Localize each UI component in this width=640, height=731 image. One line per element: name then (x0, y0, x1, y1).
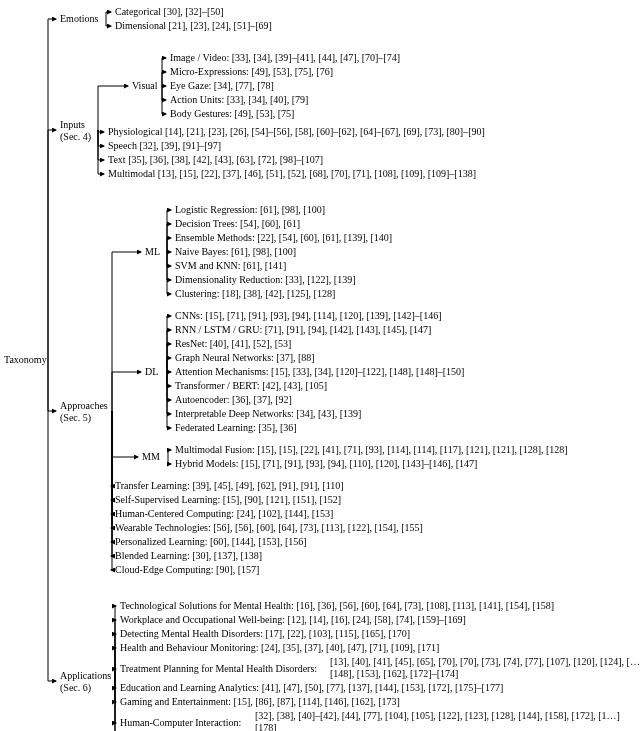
applications-subtitle: (Sec. 6) (60, 682, 91, 694)
inputs-visual-item: Micro-Expressions: [49], [53], [75], [76… (170, 66, 333, 77)
applications-item: Technological Solutions for Mental Healt… (120, 600, 554, 611)
approaches-ml-item: Dimensionality Reduction: [33], [122], [… (175, 274, 356, 285)
approaches-ml-item: Decision Trees: [54], [60], [61] (175, 218, 300, 229)
approaches-other-item: Blended Learning: [30], [137], [138] (115, 550, 262, 561)
approaches-other-item: Wearable Technologies: [56], [56], [60],… (115, 522, 423, 533)
approaches-ml-item: Ensemble Methods: [22], [54], [60], [61]… (175, 232, 392, 243)
approaches-subtitle: (Sec. 5) (60, 412, 91, 424)
applications-item: Education and Learning Analytics: [41], … (120, 682, 503, 693)
emotions-item: Categorical [30], [32]–[50] (115, 6, 224, 17)
taxonomy-diagram: TaxonomyCategorical [30], [32]–[50]Dimen… (0, 0, 640, 731)
inputs-visual-item: Image / Video: [33], [34], [39]–[41], [4… (170, 52, 400, 63)
applications-item: Detecting Mental Health Disorders: [17],… (120, 628, 410, 639)
inputs-visual-item: Eye Gaze: [34], [77], [78] (170, 80, 274, 91)
approaches-mm-item: Hybrid Models: [15], [71], [91], [93], [… (175, 458, 477, 469)
approaches-other-item: Personalized Learning: [60], [144], [153… (115, 536, 307, 547)
approaches-ml-item: Logistic Regression: [61], [98], [100] (175, 204, 325, 215)
inputs-visual-title: Visual (132, 80, 158, 91)
inputs-subtitle: (Sec. 4) (60, 131, 91, 143)
applications-item: Gaming and Entertainment: [15], [86], [8… (120, 696, 400, 707)
approaches-dl-item: Graph Neural Networks: [37], [88] (175, 352, 315, 363)
approaches-dl-title: DL (145, 366, 158, 377)
approaches-dl-item: Interpretable Deep Networks: [34], [43],… (175, 408, 361, 419)
applications-item: Health and Behaviour Monitoring: [24], [… (120, 642, 439, 653)
applications-treatment-label: Treatment Planning for Mental Health Dis… (120, 663, 317, 674)
approaches-dl-item: ResNet: [40], [41], [52], [53] (175, 338, 291, 349)
inputs-other-item: Speech [32], [39], [91]–[97] (108, 140, 221, 151)
approaches-ml-title: ML (145, 246, 160, 257)
approaches-mm-item: Multimodal Fusion: [15], [15], [22], [41… (175, 444, 568, 455)
inputs-other-item: Text [35], [36], [38], [42], [43], [63],… (108, 154, 323, 165)
approaches-dl-item: Autoencoder: [36], [37], [92] (175, 394, 292, 405)
approaches-other-item: Cloud-Edge Computing: [90], [157] (115, 564, 259, 575)
applications-item: Workplace and Occupational Well-being: [… (120, 614, 466, 625)
inputs-visual-item: Action Units: [33], [34], [40], [79] (170, 94, 308, 105)
approaches-title: Approaches (60, 400, 108, 411)
inputs-title: Inputs (60, 119, 85, 130)
approaches-ml-item: SVM and KNN: [61], [141] (175, 260, 286, 271)
approaches-ml-item: Naive Bayes: [61], [98], [100] (175, 246, 296, 257)
emotions-item: Dimensional [21], [23], [24], [51]–[69] (115, 20, 272, 31)
approaches-other-item: Self-Supervised Learning: [15], [90], [1… (115, 494, 341, 505)
applications-treatment-line1: [13], [40], [41], [45], [65], [70], [70]… (330, 656, 640, 667)
applications-hci-label: Human-Computer Interaction: (120, 717, 241, 728)
approaches-dl-item: CNNs: [15], [71], [91], [93], [94], [114… (175, 310, 442, 321)
approaches-mm-title: MM (142, 451, 160, 462)
approaches-dl-item: Attention Mechanisms: [15], [33], [34], … (175, 366, 464, 377)
applications-title: Applications (60, 670, 111, 681)
approaches-dl-item: Federated Learning: [35], [36] (175, 422, 297, 433)
approaches-dl-item: RNN / LSTM / GRU: [71], [91], [94], [142… (175, 324, 431, 335)
emotions-title: Emotions (60, 13, 98, 24)
inputs-visual-item: Body Gestures: [49], [53], [75] (170, 108, 294, 119)
applications-treatment-line2: [148], [153], [162], [172]–[174] (330, 668, 458, 679)
approaches-other-item: Transfer Learning: [39], [45], [49], [62… (115, 480, 344, 491)
inputs-other-item: Physiological [14], [21], [23], [26], [5… (108, 126, 485, 137)
root-label: Taxonomy (4, 354, 47, 365)
approaches-other-item: Human-Centered Computing: [24], [102], [… (115, 508, 333, 519)
approaches-ml-item: Clustering: [18], [38], [42], [125], [12… (175, 288, 335, 299)
approaches-dl-item: Transformer / BERT: [42], [43], [105] (175, 380, 327, 391)
inputs-other-item: Multimodal [13], [15], [22], [37], [46],… (108, 168, 476, 179)
applications-hci-line2: [178] (255, 722, 277, 731)
applications-hci-line1: [32], [38], [40]–[42], [44], [77], [104]… (255, 710, 620, 721)
